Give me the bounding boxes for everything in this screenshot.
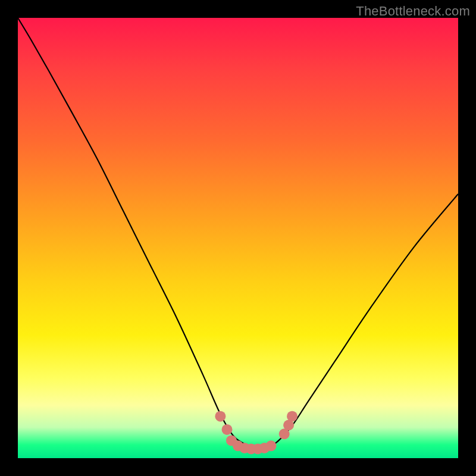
curve-marker [266,440,277,451]
bottleneck-curve [18,18,458,449]
curve-marker [222,424,233,435]
chart-frame: TheBottleneck.com [0,0,476,476]
watermark-text: TheBottleneck.com [356,4,470,19]
chart-plot-area [18,18,458,458]
curve-markers [215,411,298,455]
chart-svg [18,18,458,458]
curve-marker [215,411,226,422]
curve-marker [287,411,298,422]
